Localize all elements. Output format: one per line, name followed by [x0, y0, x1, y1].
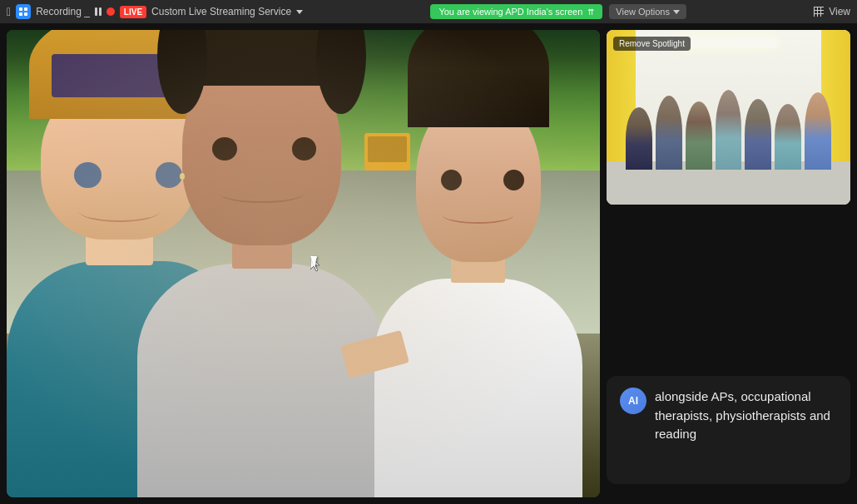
bottom-spacer — [607, 491, 850, 497]
person2 — [137, 30, 386, 497]
caption-box: AI alongside APs, occupational therapist… — [607, 376, 850, 484]
stop-button[interactable] — [107, 7, 115, 16]
remove-spotlight-button[interactable]: Remove Spotlight — [613, 37, 691, 51]
svg-rect-0 — [19, 7, 22, 11]
bg-trees — [7, 30, 600, 208]
selfie-scene — [7, 30, 600, 497]
view-label[interactable]: View — [829, 6, 850, 17]
ai-label: AI — [628, 395, 638, 407]
wifi-icon: ⇈ — [587, 7, 594, 17]
person1 — [7, 67, 232, 497]
room-person-3 — [686, 101, 712, 170]
menu-bar:  Recording _ LIVE Custom Live Streaming… — [0, 0, 857, 23]
recording-label: Recording _ — [36, 6, 90, 17]
ai-avatar: AI — [620, 388, 646, 414]
room-person-2 — [656, 96, 682, 170]
room-person-7 — [805, 92, 831, 170]
main-video — [7, 30, 600, 497]
view-options-button[interactable]: View Options — [609, 4, 686, 19]
screen-share-text: You are viewing APD India's screen — [438, 7, 582, 17]
svg-rect-3 — [24, 12, 27, 16]
menu-bar-left:  Recording _ LIVE Custom Live Streaming… — [7, 4, 303, 19]
remove-spotlight-label: Remove Spotlight — [619, 39, 685, 48]
person3 — [374, 77, 582, 497]
spotlight-video: Remove Spotlight — [607, 30, 850, 205]
view-options-chevron — [673, 10, 680, 14]
menu-bar-right: View — [814, 6, 850, 17]
pause-controls[interactable] — [95, 7, 102, 16]
room-person-4 — [716, 90, 742, 170]
bg-ground — [7, 170, 600, 334]
mouse-cursor — [310, 256, 320, 271]
zoom-icon — [16, 4, 31, 19]
svg-rect-2 — [19, 12, 22, 16]
bg-bus — [364, 133, 410, 170]
caption-text: alongside APs, occupational therapists, … — [655, 388, 837, 444]
room-person-5 — [745, 99, 771, 170]
stream-service-label: Custom Live Streaming Service — [151, 6, 291, 17]
view-options-label: View Options — [616, 7, 670, 17]
right-panel: Remove Spotlight AI alongside APs, occup… — [603, 23, 857, 504]
stream-service-chevron[interactable] — [296, 10, 303, 14]
live-badge: LIVE — [120, 6, 146, 18]
spacer — [607, 211, 850, 369]
main-content: Remove Spotlight AI alongside APs, occup… — [0, 23, 857, 504]
grid-icon — [814, 7, 824, 17]
bg-car — [420, 151, 528, 210]
screen-share-banner: You are viewing APD India's screen ⇈ — [430, 4, 602, 19]
room-person-1 — [626, 107, 652, 170]
menu-bar-center: You are viewing APD India's screen ⇈ Vie… — [310, 4, 807, 19]
ceiling-light — [680, 37, 777, 47]
room-person-6 — [775, 104, 801, 170]
room-people — [626, 57, 830, 170]
svg-rect-1 — [24, 7, 27, 11]
apple-logo-icon:  — [7, 5, 11, 18]
